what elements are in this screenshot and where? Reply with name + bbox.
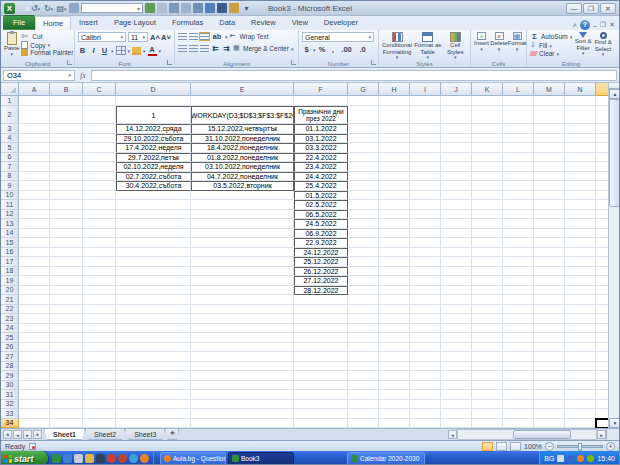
grid-cell-H7[interactable] [379,162,410,172]
name-box[interactable]: O34▾ [3,70,75,81]
excel-logo-icon[interactable]: X [4,3,15,14]
taskbar-task-1[interactable]: Aula.bg - Question - ... [160,452,226,465]
grid-cell-G11[interactable] [348,200,379,210]
grid-cell-B1[interactable] [50,96,83,106]
tray-icon-2[interactable] [587,455,594,462]
grid-cell-C19[interactable] [83,276,116,286]
align-bottom-icon[interactable] [200,33,209,40]
grid-cell-L16[interactable] [503,248,534,258]
quick-launch-icon-2[interactable] [63,454,72,463]
grid-cell-B33[interactable] [50,409,83,419]
grid-cell-E10[interactable] [191,191,294,201]
grid-cell-A27[interactable] [19,352,50,362]
column-header-A[interactable]: A [19,83,50,96]
grid-cell-N11[interactable] [565,200,596,210]
grid-cell-I19[interactable] [410,276,441,286]
grid-cell-E1[interactable] [191,96,294,106]
grid-cell-E12[interactable] [191,210,294,220]
tab-formulas[interactable]: Formulas [164,15,211,30]
grid-cell-I21[interactable] [410,295,441,305]
grid-cell-G22[interactable] [348,305,379,315]
borders-icon[interactable] [157,3,167,13]
grid-cell-H10[interactable] [379,191,410,201]
grid-cell-H31[interactable] [379,390,410,400]
grid-cell-B11[interactable] [50,200,83,210]
column-header-N[interactable]: N [565,83,596,96]
row-header-22[interactable]: 22 [1,305,19,315]
grid-cell-E22[interactable] [191,305,294,315]
grid-cell-K15[interactable] [472,238,503,248]
grid-cell-K16[interactable] [472,248,503,258]
row-header-19[interactable]: 19 [1,276,19,286]
column-header-F[interactable]: F [294,83,348,96]
grid-cell-G21[interactable] [348,295,379,305]
grid-cell-N25[interactable] [565,333,596,343]
grid-cell-A21[interactable] [19,295,50,305]
grid-cell-C10[interactable] [83,191,116,201]
grid-cell-N2[interactable] [565,106,596,124]
orientation-icon[interactable]: ab [211,32,223,41]
decrease-decimal-icon[interactable]: .0 [356,45,370,54]
grid-cell-C34[interactable] [83,419,116,429]
column-header-D[interactable]: D [116,83,191,96]
grid-cell-N7[interactable] [565,162,596,172]
view-page-break-button[interactable] [510,442,521,451]
grid-cell-F19[interactable]: 27.12.2022 [294,276,348,286]
grid-cell-O7[interactable] [596,162,608,172]
grid-cell-L3[interactable] [503,124,534,134]
grid-cell-M25[interactable] [534,333,565,343]
grid-cell-L30[interactable] [503,381,534,391]
column-header-E[interactable]: E [191,83,294,96]
grid-cell-I34[interactable] [410,419,441,429]
grid-cell-D9[interactable]: 30.4.2022,събота [116,181,191,191]
grid-cell-N4[interactable] [565,134,596,144]
grid-cell-E15[interactable] [191,238,294,248]
grid-cell-D13[interactable] [116,219,191,229]
grid-cell-G9[interactable] [348,181,379,191]
grid-cell-A16[interactable] [19,248,50,258]
grid-cell-M12[interactable] [534,210,565,220]
quick-launch-icon-6[interactable] [107,454,116,463]
grid-cell-D3[interactable]: 14.12.2022,сряда [116,124,191,134]
grid-cell-C28[interactable] [83,362,116,372]
grid-cell-O11[interactable] [596,200,608,210]
grid-cell-D16[interactable] [116,248,191,258]
font-dialog-launcher[interactable] [167,60,172,65]
grid-cell-D11[interactable] [116,200,191,210]
grid-cell-E3[interactable]: 15.12.2022,четвъртък [191,124,294,134]
grid-cell-I22[interactable] [410,305,441,315]
grid-cell-O24[interactable] [596,324,608,334]
grid-cell-B26[interactable] [50,343,83,353]
grid-cell-I15[interactable] [410,238,441,248]
horizontal-scrollbar[interactable] [457,429,597,440]
align-right-icon[interactable] [200,45,209,52]
clipboard-dialog-launcher[interactable] [67,60,72,65]
grid-cell-L5[interactable] [503,143,534,153]
grid-cell-I30[interactable] [410,381,441,391]
grid-cell-N3[interactable] [565,124,596,134]
grid-cell-A8[interactable] [19,172,50,182]
grid-cell-C3[interactable] [83,124,116,134]
grid-cell-H27[interactable] [379,352,410,362]
grid-cell-I28[interactable] [410,362,441,372]
quick-launch-icon-1[interactable] [52,454,61,463]
row-header-31[interactable]: 31 [1,390,19,400]
font-size-combobox[interactable]: 11▾ [128,32,148,42]
taskbar-task-3[interactable]: Calendar 2020-2030 [347,452,425,465]
grid-cell-K20[interactable] [472,286,503,296]
grid-cell-A3[interactable] [19,124,50,134]
grid-cell-J32[interactable] [441,400,472,410]
row-header-2[interactable]: 2 [1,106,19,124]
qat-combobox[interactable]: ▾ [81,3,143,13]
grid-cell-L8[interactable] [503,172,534,182]
grid-cell-A25[interactable] [19,333,50,343]
grid-cell-K24[interactable] [472,324,503,334]
grid-cell-A17[interactable] [19,257,50,267]
grid-cell-M4[interactable] [534,134,565,144]
grid-cell-O3[interactable] [596,124,608,134]
grid-cell-C32[interactable] [83,400,116,410]
grid-cell-D22[interactable] [116,305,191,315]
quick-launch-icon-3[interactable] [74,454,83,463]
grid-cell-G30[interactable] [348,381,379,391]
tab-page-layout[interactable]: Page Layout [106,15,164,30]
